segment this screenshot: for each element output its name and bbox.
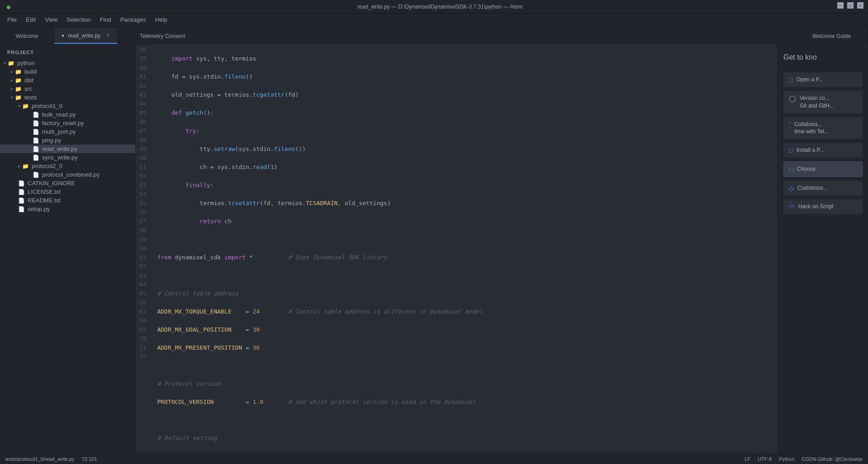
menu-help[interactable]: Help bbox=[151, 15, 171, 24]
close-button[interactable]: ✕ bbox=[857, 2, 863, 9]
file-icon: 📄 bbox=[18, 189, 25, 195]
tab-read-write-label: read_write.py bbox=[68, 33, 100, 39]
menu-view[interactable]: View bbox=[41, 15, 61, 24]
tab-read-write[interactable]: ● read_write.py ✕ bbox=[54, 28, 118, 44]
status-language[interactable]: Python bbox=[779, 456, 794, 462]
sidebar-item-label: factory_reset.py bbox=[42, 120, 84, 127]
guide-open-project-text: Open a P... bbox=[796, 76, 823, 84]
code-line-52: ADDR_MX_TORQUE_ENABLE = 24 # Control tab… bbox=[154, 307, 778, 316]
code-line-44: ch = sys.stdin.read(1) bbox=[154, 163, 778, 172]
guide-collaborate-btn[interactable]: " Collabora...time with Tel... bbox=[783, 117, 863, 140]
status-line-ending[interactable]: LF bbox=[745, 456, 750, 462]
folder-icon: 📁 bbox=[22, 163, 29, 169]
sidebar-item-read-write[interactable]: 📄 read_write.py bbox=[0, 145, 135, 153]
status-git-info: CGDN Github: @Clockwise bbox=[802, 456, 863, 462]
sidebar-item-label: src bbox=[24, 85, 32, 92]
file-icon: 📄 bbox=[33, 172, 39, 178]
code-line-58 bbox=[154, 416, 778, 425]
choose-icon: □ bbox=[789, 166, 793, 173]
guide-choose-text: Choose bbox=[797, 165, 815, 173]
sidebar-item-dist[interactable]: ▸ 📁 dist bbox=[0, 76, 135, 84]
status-encoding[interactable]: UTF-8 bbox=[758, 456, 772, 462]
guide-version-control-btn[interactable]: ◯ Version co...Git and GitH... bbox=[783, 91, 863, 113]
sidebar-item-sync-write[interactable]: 📄 sync_write.py bbox=[0, 153, 135, 162]
tab-welcome-guide[interactable]: Welcome Guide bbox=[796, 28, 868, 44]
chevron-down-icon: ▾ bbox=[4, 61, 6, 66]
guide-install-package-text: Install a P... bbox=[796, 146, 824, 154]
folder-icon: 📁 bbox=[15, 94, 22, 101]
code-content[interactable]: import sys, tty, termios fd = sys.stdin.… bbox=[154, 44, 778, 453]
file-icon: 📄 bbox=[33, 155, 39, 161]
tab-welcome[interactable]: Welcome bbox=[0, 28, 54, 44]
code-line-55 bbox=[154, 361, 778, 370]
menu-packages[interactable]: Packages bbox=[117, 15, 150, 24]
file-icon: 📄 bbox=[18, 197, 25, 204]
chevron-right-icon: ▸ bbox=[11, 78, 13, 83]
open-project-icon: □ bbox=[789, 76, 793, 84]
sidebar-item-protocol-combined[interactable]: 📄 protocol_combined.py bbox=[0, 170, 135, 179]
welcome-guide-panel: Get to kno □ Open a P... ◯ Version co...… bbox=[778, 44, 868, 453]
sidebar-item-setup[interactable]: 📄 setup.py bbox=[0, 205, 135, 213]
code-line-59: # Default setting bbox=[154, 434, 778, 443]
sidebar-item-label: multi_port.py bbox=[42, 128, 75, 135]
code-line-49: from dynamixel_sdk import * # Uses Dynam… bbox=[154, 253, 778, 262]
tab-welcome-label: Welcome bbox=[16, 33, 38, 39]
guide-customize-text: Customize... bbox=[797, 184, 828, 192]
sidebar-item-multi-port[interactable]: 📄 multi_port.py bbox=[0, 127, 135, 136]
sidebar-item-label: protocol1_0 bbox=[32, 103, 62, 109]
sidebar-item-tests[interactable]: ▾ 📁 tests bbox=[0, 93, 135, 102]
sidebar: Project ▾ 📁 python ▸ 📁 build ▸ 📁 dist ▸ … bbox=[0, 44, 136, 453]
folder-icon: 📁 bbox=[22, 103, 29, 109]
sidebar-item-readme[interactable]: 📄 README.txt bbox=[0, 196, 135, 205]
guide-choose-btn[interactable]: □ Choose bbox=[783, 161, 863, 177]
maximize-button[interactable]: □ bbox=[847, 2, 854, 9]
guide-hack-script-btn[interactable]: <> Hack on Script bbox=[783, 199, 863, 214]
sidebar-item-protocol1-0[interactable]: ▾ 📁 protocol1_0 bbox=[0, 102, 135, 110]
sidebar-item-label: setup.py bbox=[28, 206, 50, 212]
status-cursor[interactable]: 72:101 bbox=[82, 456, 97, 462]
code-container[interactable]: 38 39 40 41 42 43 44 45 46 47 48 49 50 5… bbox=[136, 44, 778, 453]
code-line-46: termios.tcsetattr(fd, termios.TCSADRAIN,… bbox=[154, 199, 778, 208]
chevron-right-icon: ▸ bbox=[18, 164, 20, 169]
sidebar-item-build[interactable]: ▸ 📁 build bbox=[0, 67, 135, 76]
sidebar-item-python[interactable]: ▾ 📁 python bbox=[0, 59, 135, 67]
menu-file[interactable]: File bbox=[4, 15, 20, 24]
code-line-54: ADDR_MX_PRESENT_POSITION = 36 bbox=[154, 343, 778, 352]
sidebar-item-label: CATKIN_IGNORE bbox=[28, 180, 75, 187]
folder-icon: 📁 bbox=[8, 60, 14, 66]
status-bar-right: LF UTF-8 Python CGDN Github: @Clockwise bbox=[745, 456, 863, 462]
tab-bar: Welcome ● read_write.py ✕ Telemetry Cons… bbox=[0, 26, 868, 44]
get-to-know-heading: Get to kno bbox=[778, 50, 868, 69]
file-icon: 📄 bbox=[18, 180, 25, 187]
status-filepath: tests/protocol1_0/read_write.py bbox=[5, 456, 75, 462]
menu-selection[interactable]: Selection bbox=[63, 15, 94, 24]
code-line-45: finally: bbox=[154, 181, 778, 190]
code-line-53: ADDR_MX_GOAL_POSITION = 30 bbox=[154, 325, 778, 334]
tab-telemetry[interactable]: Telemetry Consent bbox=[118, 28, 208, 44]
sidebar-item-license[interactable]: 📄 LICENSE.txt bbox=[0, 187, 135, 196]
minimize-button[interactable]: — bbox=[837, 2, 844, 9]
tab-telemetry-label: Telemetry Consent bbox=[140, 33, 185, 39]
window-controls: — □ ✕ bbox=[837, 2, 863, 9]
code-line-57: PROTOCOL_VERSION = 1.0 # See which proto… bbox=[154, 398, 778, 407]
sidebar-item-bulk-read[interactable]: 📄 bulk_read.py bbox=[0, 110, 135, 119]
code-line-42: try: bbox=[154, 127, 778, 136]
customize-icon: ◇ bbox=[789, 185, 794, 192]
menu-bar: File Edit View Selection Find Packages H… bbox=[0, 14, 868, 26]
menu-find[interactable]: Find bbox=[96, 15, 115, 24]
sidebar-item-src[interactable]: ▸ 📁 src bbox=[0, 84, 135, 93]
chevron-down-icon: ▾ bbox=[18, 103, 20, 108]
file-icon: 📄 bbox=[33, 120, 39, 127]
chevron-right-icon: ▸ bbox=[11, 69, 13, 74]
guide-install-package-btn[interactable]: □ Install a P... bbox=[783, 143, 863, 158]
sidebar-item-factory-reset[interactable]: 📄 factory_reset.py bbox=[0, 119, 135, 127]
sidebar-item-ping[interactable]: 📄 ping.py bbox=[0, 136, 135, 145]
guide-customize-btn[interactable]: ◇ Customize... bbox=[783, 181, 863, 196]
menu-edit[interactable]: Edit bbox=[22, 15, 39, 24]
sidebar-item-catkin[interactable]: 📄 CATKIN_IGNORE bbox=[0, 179, 135, 187]
chevron-down-icon: ▾ bbox=[11, 95, 13, 100]
tab-close-icon[interactable]: ✕ bbox=[106, 33, 110, 38]
sidebar-item-protocol2-0[interactable]: ▸ 📁 protocol2_0 bbox=[0, 162, 135, 170]
guide-open-project-btn[interactable]: □ Open a P... bbox=[783, 72, 863, 87]
sidebar-item-label: protocol2_0 bbox=[32, 163, 62, 169]
